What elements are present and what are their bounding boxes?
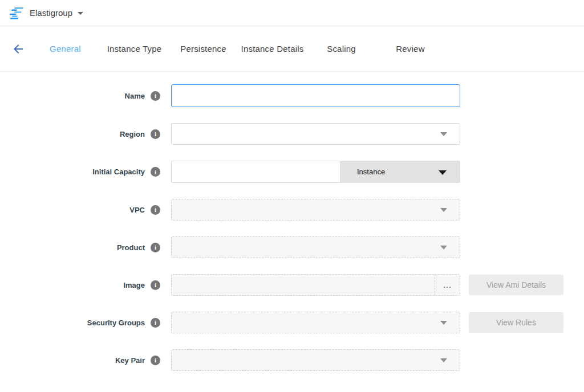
image-label: Image [123,281,145,289]
wizard-tabs: General Instance Type Persistence Instan… [31,44,445,54]
security-groups-row: Security Groups i View Rules [0,312,584,333]
info-icon[interactable]: i [151,205,160,215]
info-icon[interactable]: i [151,318,160,328]
initial-capacity-label: Initial Capacity [92,168,145,176]
capacity-unit-select[interactable]: Instance [340,161,460,183]
region-select[interactable] [171,123,460,145]
view-rules-button: View Rules [469,312,563,333]
caret-down-icon [439,170,447,175]
tab-general[interactable]: General [31,44,100,54]
image-value [172,275,435,295]
caret-down-icon [440,358,447,362]
vpc-row: VPC i [0,199,584,220]
product-label: Product [117,243,145,252]
image-input: ... [171,274,460,296]
tab-instance-details[interactable]: Instance Details [238,44,307,54]
elastigroup-logo-icon [8,7,23,19]
initial-capacity-row: Initial Capacity i Instance [0,161,584,183]
info-icon[interactable]: i [151,280,160,290]
image-browse-button: ... [435,275,460,295]
caret-down-icon [440,321,447,325]
caret-down-icon [440,246,447,250]
caret-down-icon [78,12,83,15]
security-groups-select [171,312,460,333]
name-row: Name i [0,84,584,107]
app-title: Elastigroup [30,8,72,18]
info-icon[interactable]: i [151,243,160,252]
wizard-tabbar: General Instance Type Persistence Instan… [0,26,584,72]
info-icon[interactable]: i [151,91,160,101]
key-pair-select [171,349,460,371]
product-row: Product i [0,236,584,258]
initial-capacity-input[interactable] [171,161,340,183]
vpc-select [171,199,460,220]
capacity-unit-value: Instance [357,168,385,176]
name-label: Name [125,92,145,100]
info-icon[interactable]: i [151,356,160,365]
product-switcher[interactable]: Elastigroup [8,7,83,19]
info-icon[interactable]: i [151,129,160,139]
arrow-left-icon [11,42,25,56]
key-pair-label: Key Pair [115,356,145,365]
back-button[interactable] [11,42,26,56]
product-select [171,236,460,258]
tab-scaling[interactable]: Scaling [307,44,376,54]
caret-down-icon [440,132,447,136]
region-row: Region i [0,123,584,145]
view-ami-details-button: View Ami Details [469,275,563,295]
tab-persistence[interactable]: Persistence [169,44,238,54]
region-label: Region [120,130,145,138]
app-header: Elastigroup [0,0,584,26]
name-input[interactable] [171,84,460,107]
tab-instance-type[interactable]: Instance Type [100,44,169,54]
caret-down-icon [440,208,447,212]
vpc-label: VPC [129,206,145,214]
security-groups-label: Security Groups [87,318,145,327]
info-icon[interactable]: i [151,167,160,177]
image-row: Image i ... View Ami Details [0,274,584,296]
general-form: Name i Region i Initial Capacity i Insta… [0,72,584,371]
tab-review[interactable]: Review [376,44,445,54]
key-pair-row: Key Pair i [0,349,584,371]
